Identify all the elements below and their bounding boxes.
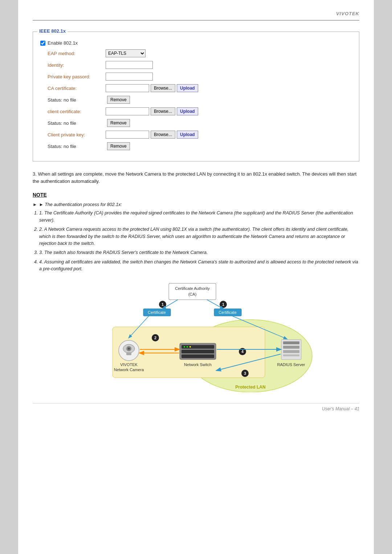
note-item-1: 1. The Certificate Authority (CA) provid…	[39, 210, 359, 224]
radius-label: RADIUS Server	[277, 362, 305, 367]
num1b-text: 1	[222, 302, 224, 307]
num2-text: 2	[154, 336, 156, 340]
svg-rect-2	[169, 283, 216, 300]
private-key-row: Private key passord:	[48, 73, 359, 81]
ca-browse-button[interactable]: Browse...	[151, 84, 175, 92]
client-remove-button[interactable]: Remove	[107, 119, 130, 127]
ca-remove-button[interactable]: Remove	[107, 96, 130, 104]
enable-row: Enable 802.1x	[40, 40, 352, 46]
cert-left-label: Certificate	[148, 310, 166, 315]
step3-paragraph: 3. When all settings are complete, move …	[33, 171, 359, 185]
ca-upload-button[interactable]: Upload	[177, 84, 198, 92]
note-item-3: 3. The switch also forwards the RADIUS S…	[39, 249, 359, 256]
svg-rect-15	[181, 354, 214, 358]
cert-right-label: Certificate	[219, 310, 237, 315]
client-cert-label: client certificate:	[48, 109, 106, 114]
note-item-4: 4. Assuming all certificates are validat…	[39, 259, 359, 273]
client-key-status-label: Status: no file	[48, 144, 106, 149]
client-cert-row: client certificate: Browse... Upload	[48, 107, 359, 115]
svg-rect-20	[283, 341, 299, 344]
note-title: NOTE	[33, 192, 359, 198]
ieee-box-title: IEEE 802.1x	[37, 28, 68, 34]
page-header: VIVOTEK	[33, 7, 359, 21]
svg-rect-13	[181, 345, 214, 349]
private-key-input[interactable]	[106, 73, 153, 81]
ca-cert-row: CA certificate: Browse... Upload	[48, 84, 359, 92]
num1-text: 1	[162, 302, 164, 307]
client-upload-button[interactable]: Upload	[177, 107, 198, 115]
svg-point-10	[128, 348, 130, 350]
switch-label: Network Switch	[184, 362, 212, 367]
protected-lan-label: Protected LAN	[235, 385, 265, 390]
identity-row: Identity:	[48, 61, 359, 69]
ca-status-row: Status: no file Remove	[48, 96, 359, 104]
svg-point-16	[184, 346, 185, 348]
client-key-status-row: Status: no file Remove	[48, 142, 359, 150]
client-key-label: Client private key:	[48, 132, 106, 138]
note-list: 1. The Certificate Authority (CA) provid…	[39, 210, 359, 272]
brand-label: VIVOTEK	[336, 11, 359, 16]
client-key-file-input[interactable]	[106, 131, 149, 139]
ieee-802-box: IEEE 802.1x Enable 802.1x EAP method: EA…	[33, 32, 359, 161]
note-intro-text: ► The authentication process for 802.1x:	[39, 201, 122, 208]
svg-rect-23	[283, 354, 299, 356]
network-camera-label: Network Camera	[114, 368, 144, 372]
svg-rect-21	[283, 346, 299, 349]
num4-text: 4	[241, 349, 244, 354]
ca-cert-label: CA certificate:	[48, 86, 106, 91]
eap-method-select[interactable]: EAP-TLS	[106, 49, 146, 57]
client-status-label: Status: no file	[48, 120, 106, 126]
ca-cert-file-input[interactable]	[106, 84, 149, 92]
client-key-browse-button[interactable]: Browse...	[151, 131, 175, 139]
identity-input[interactable]	[106, 61, 153, 69]
client-key-upload-button[interactable]: Upload	[177, 131, 198, 139]
num3-text: 3	[244, 371, 246, 376]
note-intro: ► ► The authentication process for 802.1…	[33, 201, 359, 208]
svg-rect-14	[181, 350, 214, 353]
client-key-remove-button[interactable]: Remove	[107, 142, 130, 150]
client-browse-button[interactable]: Browse...	[151, 107, 175, 115]
diagram-svg: Protected LAN Certificate Authority (CA)…	[73, 280, 319, 392]
step3-text: 3. When all settings are complete, move …	[33, 171, 359, 185]
note-section: NOTE ► ► The authentication process for …	[33, 192, 359, 272]
client-status-row: Status: no file Remove	[48, 119, 359, 127]
footer-text: User's Manual – 41	[322, 406, 359, 411]
diagram-container: Protected LAN Certificate Authority (CA)…	[33, 280, 359, 392]
private-key-label: Private key passord:	[48, 74, 106, 79]
enable-802-checkbox[interactable]	[40, 41, 45, 46]
client-cert-file-input[interactable]	[106, 107, 149, 115]
svg-point-18	[189, 346, 191, 348]
note-item-2: 2. A Network Camera requests access to t…	[39, 226, 359, 247]
eap-method-row: EAP method: EAP-TLS	[48, 49, 359, 57]
arrow-icon: ►	[33, 201, 37, 208]
form-table: EAP method: EAP-TLS Identity: Private ke…	[48, 49, 359, 150]
vivotek-label: VIVOTEK	[120, 362, 138, 367]
ca-sub: (CA)	[188, 292, 197, 296]
svg-rect-11	[126, 352, 131, 355]
page-footer: User's Manual – 41	[33, 403, 359, 411]
svg-point-17	[187, 346, 188, 348]
note-items: ► ► The authentication process for 802.1…	[33, 201, 359, 272]
ca-label: Certificate Authority	[175, 286, 210, 291]
eap-method-label: EAP method:	[48, 51, 106, 56]
client-key-row: Client private key: Browse... Upload	[48, 131, 359, 139]
enable-label: Enable 802.1x	[48, 40, 78, 46]
ca-status-label: Status: no file	[48, 97, 106, 103]
identity-label: Identity:	[48, 62, 106, 68]
svg-rect-22	[283, 350, 299, 353]
